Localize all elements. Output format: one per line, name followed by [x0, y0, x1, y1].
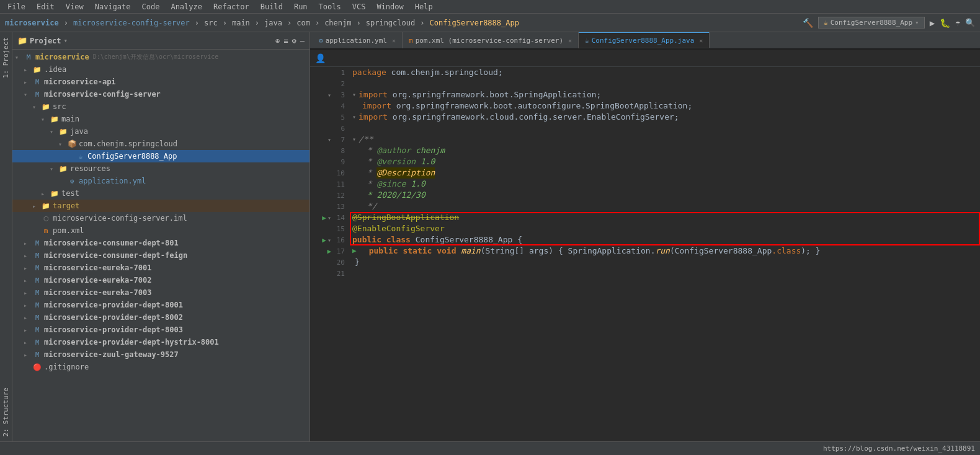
menu-code[interactable]: Code [137, 1, 165, 12]
breadcrumb-com[interactable]: com [296, 19, 310, 27]
tree-item-idea[interactable]: ▸ 📁 .idea [12, 63, 310, 76]
fold-icon[interactable]: ▾ [327, 214, 331, 221]
menu-help[interactable]: Help [410, 1, 438, 12]
breadcrumb-main[interactable]: main [232, 19, 250, 27]
arrow-icon: ▾ [15, 54, 24, 61]
side-tab-project[interactable]: 1: Project [0, 32, 12, 83]
tree-item-pom[interactable]: ▸ m pom.xml [12, 224, 310, 237]
tree-item-test[interactable]: ▸ 📁 test [12, 187, 310, 200]
breadcrumb-springcloud[interactable]: springcloud [366, 19, 415, 27]
tree-item-provider-8002[interactable]: ▸ M microservice-provider-dept-8002 [12, 311, 310, 324]
run-line-icon[interactable]: ▶ [322, 236, 326, 244]
sidebar-title: Project [30, 37, 61, 45]
tree-item-eureka-7002[interactable]: ▸ M microservice-eureka-7002 [12, 274, 310, 286]
hammer-icon[interactable]: 🔨 [803, 18, 813, 28]
run-line-icon[interactable]: ▶ [322, 214, 326, 222]
tree-label: src [53, 102, 66, 111]
code-line-3: ▾import org.springframework.boot.SpringA… [352, 89, 980, 100]
menu-refactor[interactable]: Refactor [208, 1, 254, 12]
debug-icon[interactable]: 🐛 [940, 18, 950, 28]
menu-edit[interactable]: Edit [32, 1, 60, 12]
tree-label: microservice-provider-dept-8001 [44, 301, 183, 309]
code-line-12: * 2020/12/30 [352, 190, 980, 201]
tree-item-eureka-7003[interactable]: ▸ M microservice-eureka-7003 [12, 286, 310, 299]
line-number: 9 [332, 158, 345, 166]
tree-label: microservice-consumer-dept-801 [44, 239, 179, 247]
tree-label: test [61, 189, 79, 198]
side-tab-structure[interactable]: 2: Structure [0, 382, 12, 441]
tree-item-microservice[interactable]: ▾ M microservice D:\chenjm\开发信息\ocr\micr… [12, 51, 310, 63]
tree-item-main[interactable]: ▾ 📁 main [12, 113, 310, 125]
menu-tools[interactable]: Tools [314, 1, 346, 12]
tree-item-consumer-feign[interactable]: ▸ M microservice-consumer-dept-feign [12, 249, 310, 262]
menu-analyze[interactable]: Analyze [166, 1, 207, 12]
folder-icon: 📁 [58, 164, 68, 174]
folder-icon: 📁 [32, 64, 42, 74]
tree-item-java[interactable]: ▾ 📁 java [12, 125, 310, 138]
breadcrumb-src[interactable]: src [204, 19, 218, 27]
close-tab-icon[interactable]: ✕ [568, 37, 572, 44]
tab-pom-xml[interactable]: m pom.xml (microservice-config-server) ✕ [403, 32, 579, 48]
arrow-icon: ▸ [24, 289, 32, 296]
tree-label: .gitignore [44, 363, 89, 371]
breadcrumb-chenjm[interactable]: chenjm [324, 19, 351, 27]
tree-item-iml[interactable]: ▸ ⬡ microservice-config-server.iml [12, 212, 310, 224]
code-line-14: @SpringBootApplication [352, 212, 980, 223]
code-content[interactable]: package com.chenjm.springcloud; ▾import … [347, 67, 980, 441]
tab-application-yml[interactable]: ⚙ application.yml ✕ [313, 32, 403, 48]
menu-view[interactable]: View [61, 1, 89, 12]
breadcrumb-class[interactable]: ConfigServer8888_App [429, 19, 519, 27]
menu-navigate[interactable]: Navigate [90, 1, 136, 12]
tree-item-application-yml[interactable]: ▸ ⚙ application.yml [12, 175, 310, 187]
coverage-icon[interactable]: ☂ [955, 18, 960, 27]
collapse-icon[interactable]: ≡ [283, 37, 288, 45]
settings-icon[interactable]: ⚙ [292, 37, 296, 45]
breadcrumb-module[interactable]: microservice-config-server [73, 19, 190, 27]
arrow-icon: ▸ [24, 66, 32, 73]
tree-item-hystrix-8001[interactable]: ▸ M microservice-provider-dept-hystrix-8… [12, 336, 310, 348]
tree-item-consumer-801[interactable]: ▸ M microservice-consumer-dept-801 [12, 237, 310, 249]
close-tab-icon[interactable]: ✕ [699, 37, 703, 44]
tree-item-provider-8001[interactable]: ▸ M microservice-provider-dept-8001 [12, 299, 310, 311]
tree-item-eureka-7001[interactable]: ▸ M microservice-eureka-7001 [12, 262, 310, 274]
menu-file[interactable]: File [2, 1, 30, 12]
run-line-icon[interactable]: ▶ [327, 247, 331, 255]
file-icon: 🔴 [32, 362, 42, 372]
tree-label: resources [70, 164, 110, 173]
menu-run[interactable]: Run [289, 1, 313, 12]
code-editor[interactable]: 1 2 ▾ 3 4 5 [310, 67, 980, 441]
close-sidebar-icon[interactable]: — [300, 37, 305, 45]
tree-item-zuul-9527[interactable]: ▸ M microservice-zuul-gateway-9527 [12, 348, 310, 361]
tree-item-src[interactable]: ▾ 📁 src [12, 100, 310, 113]
menu-vcs[interactable]: VCS [347, 1, 371, 12]
tree-label: microservice-provider-dept-8003 [44, 325, 183, 334]
run-icon[interactable]: ▶ [930, 18, 935, 28]
breadcrumb-java[interactable]: java [264, 19, 282, 27]
close-tab-icon[interactable]: ✕ [392, 37, 396, 44]
arrow-icon: ▸ [24, 302, 32, 309]
tree-label: microservice-eureka-7002 [44, 276, 151, 285]
line-number: 13 [332, 203, 345, 211]
tree-item-config-app[interactable]: ▸ ☕ ConfigServer8888_App [12, 150, 310, 162]
tree-item-microservice-api[interactable]: ▸ M microservice-api [12, 76, 310, 88]
tree-item-config-server[interactable]: ▾ M microservice-config-server [12, 88, 310, 100]
tree-item-resources[interactable]: ▾ 📁 resources [12, 162, 310, 175]
line-number: 2 [332, 80, 345, 88]
tree-item-provider-8003[interactable]: ▸ M microservice-provider-dept-8003 [12, 324, 310, 336]
arrow-icon: ▸ [24, 79, 32, 86]
fold-icon[interactable]: ▾ [327, 136, 331, 143]
tree-item-package[interactable]: ▾ 📦 com.chenjm.springcloud [12, 138, 310, 150]
fold-icon[interactable]: ▾ [327, 237, 331, 244]
tree-item-target[interactable]: ▸ 📁 target [12, 200, 310, 212]
locate-icon[interactable]: ⊕ [275, 37, 280, 45]
tab-configserver-app[interactable]: ☕ ConfigServer8888_App.java ✕ [579, 32, 710, 48]
run-config-dropdown[interactable]: ☕ ConfigServer8888_App ▾ [818, 17, 925, 29]
menu-window[interactable]: Window [372, 1, 408, 12]
fold-icon[interactable]: ▾ [327, 92, 331, 99]
add-author-icon[interactable]: 👤 [315, 53, 326, 63]
search-icon[interactable]: 🔍 [965, 18, 975, 27]
arrow-icon: ▸ [41, 190, 50, 197]
menu-build[interactable]: Build [256, 1, 288, 12]
tree-item-gitignore[interactable]: ▸ 🔴 .gitignore [12, 361, 310, 373]
breadcrumb-root[interactable]: microservice [5, 19, 59, 27]
